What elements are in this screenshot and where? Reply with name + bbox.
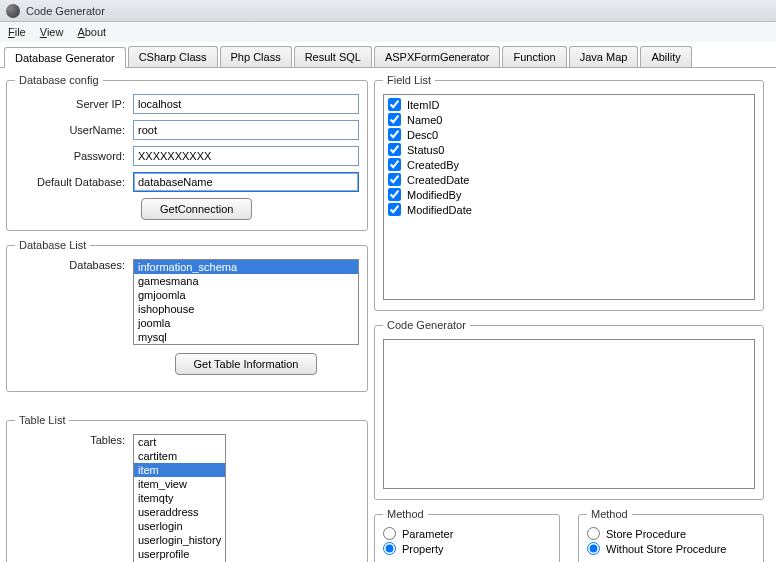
tab-aspx-form-generator[interactable]: ASPXFormGenerator <box>374 46 501 67</box>
tables-label: Tables: <box>15 434 133 446</box>
database-config-group: Database config Server IP: UserName: Pas… <box>6 74 368 231</box>
field-label: Desc0 <box>407 129 438 141</box>
username-input[interactable] <box>133 120 359 140</box>
list-item[interactable]: userprofile <box>134 547 225 561</box>
field-item: CreatedDate <box>386 172 752 187</box>
field-item: Desc0 <box>386 127 752 142</box>
field-item: ModifiedDate <box>386 202 752 217</box>
list-item[interactable]: cartitem <box>134 449 225 463</box>
list-item[interactable]: userlogin <box>134 519 225 533</box>
method-group-1: Method Parameter Property <box>374 508 560 562</box>
menubar: File View About <box>0 22 776 42</box>
get-connection-button[interactable]: GetConnection <box>141 198 252 220</box>
tab-php-class[interactable]: Php Class <box>220 46 292 67</box>
menu-about[interactable]: About <box>77 26 106 38</box>
list-item[interactable]: cart <box>134 435 225 449</box>
tab-java-map[interactable]: Java Map <box>569 46 639 67</box>
list-item[interactable]: gamesmana <box>134 274 358 288</box>
property-label: Property <box>402 543 444 555</box>
window-title: Code Generator <box>26 5 105 17</box>
table-list-legend: Table List <box>15 414 69 426</box>
field-item: Name0 <box>386 112 752 127</box>
right-column: Field List ItemIDName0Desc0Status0Create… <box>374 74 764 562</box>
field-item: CreatedBy <box>386 157 752 172</box>
property-radio[interactable] <box>383 542 396 555</box>
menu-view[interactable]: View <box>40 26 64 38</box>
content: Database config Server IP: UserName: Pas… <box>0 68 776 562</box>
field-label: ModifiedBy <box>407 189 461 201</box>
list-item[interactable]: information_schema <box>134 260 358 274</box>
titlebar: Code Generator <box>0 0 776 22</box>
tab-result-sql[interactable]: Result SQL <box>294 46 372 67</box>
default-database-input[interactable] <box>133 172 359 192</box>
field-label: Status0 <box>407 144 444 156</box>
field-checkbox[interactable] <box>388 128 401 141</box>
store-procedure-label: Store Procedure <box>606 528 686 540</box>
field-checkbox[interactable] <box>388 158 401 171</box>
field-checkbox[interactable] <box>388 143 401 156</box>
field-list-group: Field List ItemIDName0Desc0Status0Create… <box>374 74 764 311</box>
password-label: Password: <box>15 150 133 162</box>
default-database-label: Default Database: <box>15 176 133 188</box>
list-item[interactable]: useraddress <box>134 505 225 519</box>
list-item[interactable]: ishophouse <box>134 302 358 316</box>
list-item[interactable]: item <box>134 463 225 477</box>
tab-ability[interactable]: Ability <box>640 46 691 67</box>
parameter-radio[interactable] <box>383 527 396 540</box>
field-checkbox[interactable] <box>388 173 401 186</box>
list-item[interactable]: mysql <box>134 330 358 344</box>
tables-listbox[interactable]: cartcartitemitemitem_viewitemqtyuseraddr… <box>133 434 226 562</box>
field-checkbox[interactable] <box>388 98 401 111</box>
method-group-2-legend: Method <box>587 508 632 520</box>
list-item[interactable]: itemqty <box>134 491 225 505</box>
database-list-legend: Database List <box>15 239 90 251</box>
tab-function[interactable]: Function <box>502 46 566 67</box>
database-list-group: Database List Databases: information_sch… <box>6 239 368 392</box>
list-item[interactable]: userlogin_history <box>134 533 225 547</box>
field-label: ModifiedDate <box>407 204 472 216</box>
field-checkbox[interactable] <box>388 203 401 216</box>
left-column: Database config Server IP: UserName: Pas… <box>6 74 368 562</box>
list-item[interactable]: joomla <box>134 316 358 330</box>
methods-row: Method Parameter Property Method Store P… <box>374 508 764 562</box>
store-procedure-radio[interactable] <box>587 527 600 540</box>
parameter-label: Parameter <box>402 528 453 540</box>
field-label: ItemID <box>407 99 439 111</box>
server-ip-label: Server IP: <box>15 98 133 110</box>
field-item: ItemID <box>386 97 752 112</box>
field-list-legend: Field List <box>383 74 435 86</box>
field-checkbox[interactable] <box>388 188 401 201</box>
code-generator-legend: Code Generator <box>383 319 470 331</box>
code-generator-group: Code Generator <box>374 319 764 500</box>
field-item: ModifiedBy <box>386 187 752 202</box>
without-store-procedure-label: Without Store Procedure <box>606 543 726 555</box>
databases-listbox[interactable]: information_schemagamesmanagmjoomlaishop… <box>133 259 359 345</box>
field-listbox[interactable]: ItemIDName0Desc0Status0CreatedByCreatedD… <box>383 94 755 300</box>
method-group-2: Method Store Procedure Without Store Pro… <box>578 508 764 562</box>
list-item[interactable]: item_view <box>134 477 225 491</box>
field-item: Status0 <box>386 142 752 157</box>
list-item[interactable]: gmjoomla <box>134 288 358 302</box>
get-table-information-button[interactable]: Get Table Information <box>175 353 318 375</box>
database-config-legend: Database config <box>15 74 103 86</box>
code-generator-output[interactable] <box>383 339 755 489</box>
tab-csharp-class[interactable]: CSharp Class <box>128 46 218 67</box>
without-store-procedure-radio[interactable] <box>587 542 600 555</box>
field-label: Name0 <box>407 114 442 126</box>
tab-database-generator[interactable]: Database Generator <box>4 47 126 68</box>
username-label: UserName: <box>15 124 133 136</box>
method-group-1-legend: Method <box>383 508 428 520</box>
table-list-group: Table List Tables: cartcartitemitemitem_… <box>6 414 368 562</box>
tab-bar: Database Generator CSharp Class Php Clas… <box>0 42 776 68</box>
password-input[interactable] <box>133 146 359 166</box>
field-label: CreatedBy <box>407 159 459 171</box>
databases-label: Databases: <box>15 259 133 271</box>
server-ip-input[interactable] <box>133 94 359 114</box>
field-label: CreatedDate <box>407 174 469 186</box>
app-icon <box>6 4 20 18</box>
menu-file[interactable]: File <box>8 26 26 38</box>
field-checkbox[interactable] <box>388 113 401 126</box>
